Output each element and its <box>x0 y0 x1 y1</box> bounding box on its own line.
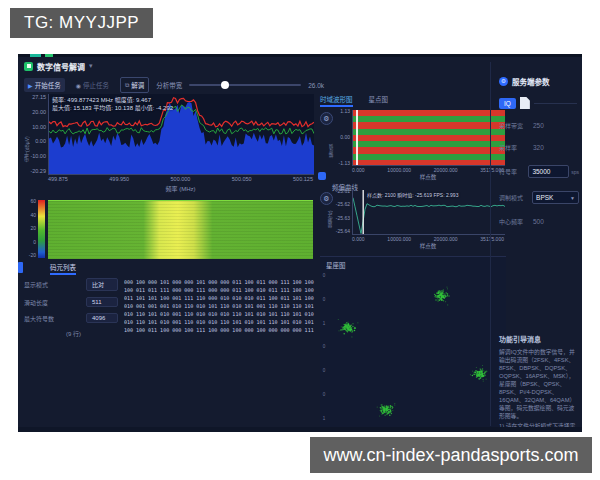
tick-label: -20.29 <box>30 168 46 174</box>
chevron-down-icon[interactable]: ▾ <box>89 62 93 70</box>
display-mode-value[interactable]: 比对 <box>86 278 118 291</box>
field-modulation: 调制模式 BPSK ▼ <box>499 191 579 204</box>
app-top-strip <box>18 54 582 57</box>
tick-label: -10.00 <box>30 153 46 159</box>
divider <box>534 103 577 104</box>
max-symbols-value[interactable]: 4096 <box>86 313 118 323</box>
sample-bandwidth-value: 250 <box>533 122 544 129</box>
spectrum-x-ticks: 499.875499.950500.000500.050500.125 <box>48 176 313 182</box>
freq-offset-panel: 频偏曲线 ⚙ 频偏(Hz) -25.61-25.62-25.63-25.64 样… <box>320 182 506 254</box>
tick-label: 1.13 <box>340 108 350 114</box>
start-task-button[interactable]: ▶ 开始任务 <box>24 78 65 92</box>
bits-row: 011 101 101 100 001 111 110 000 010 010 … <box>124 294 316 302</box>
bits-row: 000 100 000 101 000 000 101 000 000 011 … <box>124 278 316 286</box>
time-domain-plot[interactable] <box>352 110 505 166</box>
tick-label: 40 <box>30 212 36 218</box>
freq-x-axis-title: 样点数 <box>352 242 504 250</box>
center-freq-value: 500 <box>533 218 544 225</box>
freq-cursor-info: 样点数: 2100 瞬时值: -25.619 FPS: 2.993 <box>367 191 458 198</box>
tick-label: 500.000 <box>171 176 191 182</box>
page: TG: MYYJJPP 数字信号解调 ▾ ▶ 开始任务 ◉ 停止任务 ⧉ 解调 … <box>0 0 600 480</box>
watermark-website: www.cn-index-pandasports.com <box>310 437 592 473</box>
tick-label: -20 <box>29 252 36 258</box>
sample-bandwidth-label: 采样带宽 <box>499 121 533 130</box>
tick-label: 0 <box>323 368 326 373</box>
tick-label: 0 <box>33 239 36 245</box>
symbol-rate-input[interactable]: 35000 <box>528 165 569 178</box>
tick-label: 500.050 <box>232 176 252 182</box>
tick-label: 10.00 <box>32 124 46 130</box>
tick-label: 499.950 <box>109 176 129 182</box>
bandwidth-value: 26.0k <box>308 82 324 89</box>
freq-y-ticks: -25.61-25.62-25.63-25.64 <box>333 188 350 234</box>
max-symbols-label: 最大符号数 <box>24 314 54 323</box>
spectrum-info-line2: 最大值: 15.183 平均值: 10.138 最小值: -4.292 <box>52 104 173 112</box>
tick-label: 20 <box>30 225 36 231</box>
spectrum-panel: 电平(dBμV) 27.1520.0010.000.00-10.00-20.29… <box>24 94 316 196</box>
app-icon <box>24 62 33 71</box>
status-bar <box>18 427 582 432</box>
symbol-settings: 显示模式 比对 滑动长度 511 最大符号数 4096 (9 行) <box>24 278 118 338</box>
stop-task-button[interactable]: ◉ 停止任务 <box>72 78 113 92</box>
strip-mark-green <box>45 54 53 57</box>
tick-label: 0 <box>323 344 326 349</box>
settings-icon: ⚙ <box>499 77 508 86</box>
slide-length-value[interactable]: 511 <box>86 297 118 307</box>
file-icon[interactable] <box>520 97 530 109</box>
sidebar-title: 服务端参数 <box>512 76 550 87</box>
tick-label: -25.63 <box>336 215 350 221</box>
tick-label: 60 <box>30 198 36 204</box>
demod-button[interactable]: ⧉ 解调 <box>120 77 149 93</box>
panel-marker-icon <box>18 262 23 273</box>
spectrum-marker-info: 频率: 499.877423 MHz 幅度值: 9.467 最大值: 15.18… <box>52 96 173 112</box>
symbol-rate-label: 符号率 <box>499 167 528 176</box>
start-task-label: 开始任务 <box>35 80 61 90</box>
tab-time-domain[interactable]: 时域波形图 <box>320 94 353 107</box>
stop-icon: ◉ <box>76 82 81 89</box>
rows-note: (9 行) <box>66 329 118 338</box>
strip-mark-teal <box>30 54 41 57</box>
spectrum-plot[interactable]: 频率: 499.877423 MHz 幅度值: 9.467 最大值: 15.18… <box>48 94 314 175</box>
bits-row: 100 100 011 100 000 100 111 100 000 100 … <box>124 326 316 334</box>
tick-label: 0 <box>323 297 326 302</box>
waterfall-panel: 6040200-20 <box>24 200 316 258</box>
tick-label: 1 <box>323 321 326 326</box>
sidebar-header: ⚙ 服务端参数 <box>499 76 582 87</box>
tick-label: 0 <box>323 392 326 397</box>
slider-knob[interactable] <box>221 81 229 89</box>
modulation-select[interactable]: BPSK ▼ <box>532 191 579 204</box>
tick-label: 27.15 <box>32 94 46 100</box>
tick-label: 20.00 <box>32 109 46 115</box>
modulation-label: 调制模式 <box>499 193 532 202</box>
tick-label: -25.64 <box>336 228 350 234</box>
tick-label: 0 <box>323 273 326 278</box>
toolbar: ▶ 开始任务 ◉ 停止任务 ⧉ 解调 分析带宽 26.0k <box>24 76 324 94</box>
bandwidth-slider[interactable] <box>189 84 301 86</box>
mid-tabs: 时域波形图 星点图 <box>320 94 506 107</box>
constellation-plot[interactable] <box>328 270 504 424</box>
tab-star-points[interactable]: 星点图 <box>369 94 389 107</box>
time-y-ticks: 1.130.00-1.13 <box>333 108 350 166</box>
time-x-axis-title: 样点数 <box>352 173 504 181</box>
time-cursor-line <box>356 110 358 165</box>
tick-label: -1.13 <box>339 160 350 166</box>
colorbar-ticks: 6040200-20 <box>24 198 36 258</box>
spectrum-info-line1: 频率: 499.877423 MHz 幅度值: 9.467 <box>52 96 173 104</box>
iq-button[interactable]: IQ <box>499 98 516 109</box>
center-freq-label: 中心频率 <box>499 217 533 226</box>
waterfall-display[interactable] <box>48 200 313 259</box>
freq-offset-plot[interactable]: 样点数: 2100 瞬时值: -25.619 FPS: 2.993 <box>352 190 505 235</box>
bits-grid[interactable]: 000 100 000 101 000 000 101 000 000 011 … <box>124 278 316 338</box>
sample-rate-value: 320 <box>533 144 544 151</box>
display-mode-label: 显示模式 <box>24 280 48 289</box>
tab-symbol-list[interactable]: 码元列表 <box>50 262 76 275</box>
constellation-panel: 星座图 0010001 <box>320 256 506 427</box>
field-sample-bandwidth: 采样带宽 250 <box>499 121 579 130</box>
sample-rate-label: 采样率 <box>499 143 533 152</box>
bits-row: 010 001 001 001 010 110 010 101 110 010 … <box>124 302 316 310</box>
constellation-y-ticks: 0010001 <box>321 273 327 421</box>
demod-label: 解调 <box>131 80 144 90</box>
guide-message: 功能引导消息 解调IQ文件中的数字信号，并输出码流图（2FSK、4FSK、8FS… <box>499 334 578 432</box>
guide-title: 功能引导消息 <box>499 334 578 344</box>
title-bar: 数字信号解调 ▾ <box>24 60 93 72</box>
